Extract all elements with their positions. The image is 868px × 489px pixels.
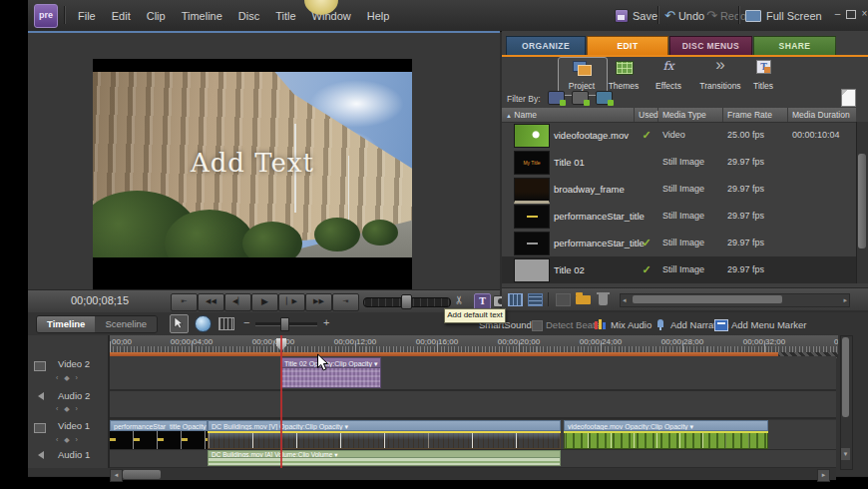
- current-timecode[interactable]: 00;00;08;15: [34, 294, 166, 306]
- hscroll-right-button[interactable]: ▸: [817, 469, 830, 482]
- scrollbar-thumb[interactable]: [858, 154, 866, 248]
- grid-view-icon[interactable]: [508, 293, 523, 306]
- hscroll-left-button[interactable]: ◂: [110, 469, 123, 482]
- track-name-video1[interactable]: Video 1: [58, 420, 90, 431]
- tab-share[interactable]: SHARE: [753, 36, 836, 56]
- clip-dc-buildings-video[interactable]: DC Buildings.mov [V] Opacity:Clip Opacit…: [208, 420, 561, 449]
- media-hscrollbar[interactable]: ◂ ▸: [620, 293, 850, 307]
- scroll-left-icon[interactable]: ◂: [623, 294, 627, 306]
- clip-title02[interactable]: Title 02 Opacity:Clip Opacity ▾: [280, 357, 381, 388]
- tab-edit[interactable]: EDIT: [587, 36, 668, 56]
- minimize-button[interactable]: –: [832, 9, 843, 20]
- mix-audio-button[interactable]: Mix Audio: [611, 319, 651, 330]
- media-row[interactable]: performanceStar_title ✓ Still Image 29.9…: [502, 230, 856, 256]
- keyframe-nav-icons[interactable]: ‹ ◆ ›: [56, 374, 80, 382]
- media-row[interactable]: My Title Title 01 Still Image 29.97 fps: [502, 149, 856, 176]
- video2-track[interactable]: [110, 356, 836, 391]
- scroll-right-icon[interactable]: ▸: [843, 294, 847, 306]
- clip-dc-buildings-audio[interactable]: DC Buildings.mov [A] Volume:Clip Volume …: [208, 450, 561, 466]
- menu-file[interactable]: File: [70, 10, 104, 22]
- filter-video-icon[interactable]: [548, 91, 565, 105]
- track-name-video2[interactable]: Video 2: [58, 358, 90, 369]
- menu-clip[interactable]: Clip: [139, 10, 174, 22]
- scrollbar-thumb[interactable]: [633, 295, 782, 303]
- audio-track-icon[interactable]: [34, 451, 44, 459]
- new-item-icon[interactable]: [841, 89, 856, 107]
- zoom-slider-thumb[interactable]: [280, 317, 289, 331]
- menu-title[interactable]: Title: [267, 10, 303, 22]
- next-edit-button[interactable]: ⇥: [332, 293, 359, 311]
- media-row[interactable]: performanceStar_title Still Image 29.97 …: [502, 203, 856, 230]
- track-name-audio2[interactable]: Audio 2: [58, 390, 90, 401]
- major-ticks: [110, 341, 838, 352]
- time-stretch-tool-icon[interactable]: [195, 315, 212, 332]
- tree: [362, 220, 398, 245]
- divider: [64, 6, 66, 24]
- subtab-effects[interactable]: fx Effects: [646, 58, 691, 92]
- tab-disc-menus[interactable]: DISC MENUS: [669, 36, 752, 56]
- video-track-icon[interactable]: [34, 423, 46, 433]
- detect-beats-button[interactable]: Detect Beats: [546, 319, 600, 330]
- selection-arrow-icon: [171, 315, 186, 330]
- fast-forward-button[interactable]: ▶▶: [305, 293, 332, 311]
- zoom-in-icon[interactable]: +: [323, 316, 329, 328]
- subtab-titles[interactable]: T Titles: [740, 58, 786, 92]
- column-name[interactable]: ▲ Name: [502, 108, 635, 122]
- clip-performancestar-title[interactable]: performanceStar_title Opacity ▾: [110, 420, 208, 449]
- menu-help[interactable]: Help: [359, 10, 398, 22]
- keyframe-nav-icons[interactable]: ‹ ◆ ›: [56, 405, 80, 413]
- media-list-scrollbar[interactable]: [856, 122, 868, 283]
- column-used[interactable]: Used: [635, 108, 658, 122]
- track-name-audio1[interactable]: Audio 1: [58, 449, 90, 460]
- audio-track-icon[interactable]: [34, 392, 44, 400]
- hscroll-thumb[interactable]: [123, 470, 161, 479]
- selection-tool-button[interactable]: [170, 314, 189, 333]
- step-forward-button[interactable]: ▏▶: [278, 293, 305, 311]
- save-button[interactable]: Save: [615, 0, 657, 31]
- redo-button[interactable]: ↷ Redo: [706, 0, 746, 31]
- media-row-selected[interactable]: Title 02 ✓ Still Image 29.97 fps: [502, 256, 856, 283]
- tab-organize[interactable]: ORGANIZE: [506, 36, 586, 56]
- clip-thumbnails: [110, 431, 208, 449]
- time-ruler[interactable]: 00;00 00;00;04;00 00;00;08;00 00;00;12;0…: [110, 335, 838, 353]
- clip-videofootage[interactable]: videofootage.mov Opacity:Clip Opacity ▾: [564, 420, 768, 449]
- undo-button[interactable]: ↶ Undo: [664, 0, 704, 31]
- vscroll-down-button[interactable]: ▾: [841, 448, 850, 460]
- timeline-view-button[interactable]: Timeline: [37, 316, 95, 332]
- volume-graph-line[interactable]: [209, 461, 560, 463]
- column-media-duration[interactable]: Media Duration: [788, 108, 856, 122]
- list-view-icon[interactable]: [528, 293, 543, 306]
- keyframe-nav-icons[interactable]: ‹ ◆ ›: [56, 436, 80, 444]
- shuttle-thumb[interactable]: [401, 294, 412, 309]
- column-frame-rate[interactable]: Frame Rate: [723, 108, 788, 122]
- close-button[interactable]: ×: [859, 9, 868, 20]
- scrollbar-thumb[interactable]: [842, 337, 849, 417]
- filter-image-icon[interactable]: [596, 91, 613, 105]
- new-folder-icon[interactable]: [576, 295, 591, 304]
- playhead-line[interactable]: [280, 335, 282, 468]
- audio2-track[interactable]: [110, 391, 836, 419]
- media-row[interactable]: videofootage.mov ✓ Video 25.00 fps 00:00…: [502, 122, 856, 149]
- previous-edit-button[interactable]: ⇤: [171, 293, 198, 311]
- menu-edit[interactable]: Edit: [104, 10, 139, 22]
- media-row[interactable]: broadway_frame Still Image 29.97 fps: [502, 176, 856, 203]
- rewind-button[interactable]: ◀◀: [198, 293, 224, 311]
- delete-icon[interactable]: [599, 294, 608, 305]
- column-media-type[interactable]: Media Type: [658, 108, 723, 122]
- zoom-out-icon[interactable]: −: [243, 316, 249, 328]
- properties-icon[interactable]: [218, 317, 234, 330]
- timeline-vscrollbar[interactable]: ▾: [840, 335, 853, 470]
- fullscreen-icon: [745, 10, 761, 22]
- step-back-button[interactable]: ◀▏: [224, 293, 251, 311]
- restore-button[interactable]: [846, 8, 856, 19]
- split-clip-button[interactable]: ✂: [453, 295, 466, 304]
- add-menu-marker-button[interactable]: Add Menu Marker: [731, 319, 807, 330]
- image-thumbnail: [514, 178, 550, 204]
- menu-timeline[interactable]: Timeline: [174, 10, 230, 22]
- video-track-icon[interactable]: [34, 361, 46, 371]
- filter-audio-icon[interactable]: [572, 91, 589, 105]
- play-button[interactable]: ▶: [251, 293, 278, 311]
- fullscreen-button[interactable]: Full Screen: [745, 0, 822, 31]
- menu-disc[interactable]: Disc: [230, 10, 267, 22]
- sceneline-view-button[interactable]: Sceneline: [95, 316, 157, 332]
